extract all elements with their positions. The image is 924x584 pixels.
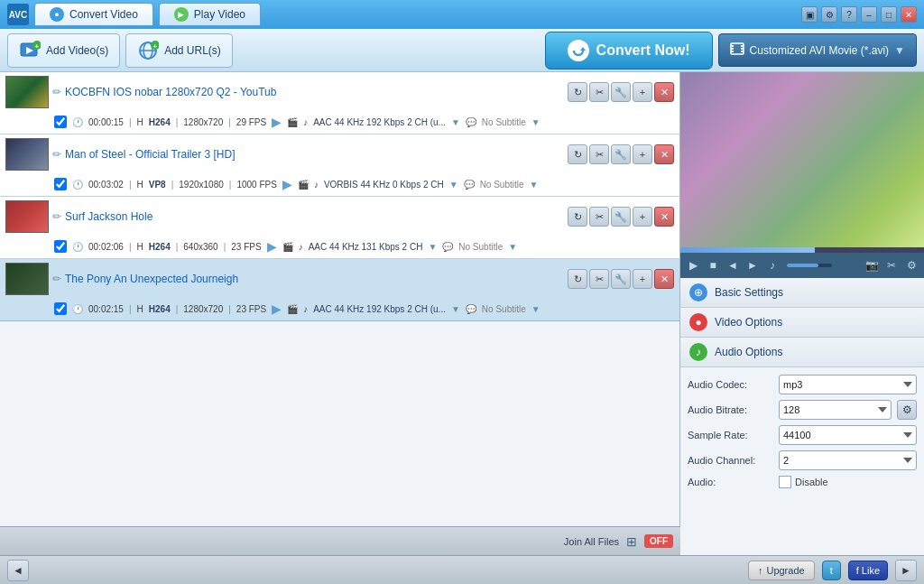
channel-select[interactable]: 2 [779, 450, 917, 470]
maximize-icon[interactable]: □ [881, 6, 897, 23]
bitrate-select[interactable]: 128 [779, 400, 892, 420]
file-thumb-2 [5, 138, 49, 171]
gear-icon[interactable]: ⚙ [821, 6, 837, 23]
monitor-icon[interactable]: ▣ [801, 6, 818, 23]
preview-trim-right-button[interactable]: ► [744, 256, 762, 274]
status-prev-button[interactable]: ◄ [7, 560, 29, 581]
audio-dropdown-3[interactable]: ▼ [428, 242, 437, 252]
file-name-4[interactable]: The Pony An Unexpected Journeigh [65, 273, 564, 285]
add-btn-3[interactable]: + [633, 207, 652, 227]
help-icon[interactable]: ? [841, 6, 857, 23]
sample-rate-select[interactable]: 44100 [779, 425, 917, 445]
facebook-icon: f Like [856, 565, 880, 576]
tab-convert-video[interactable]: ● Convert Video [34, 3, 153, 26]
refresh-btn-4[interactable]: ↻ [568, 269, 587, 289]
file-list-area: ✏ KOCBFN IOS nobar 1280x720 Q2 - YouTub … [0, 72, 680, 555]
file-name-2[interactable]: Man of Steel - Official Trailer 3 [HD] [65, 148, 564, 161]
convert-tab-icon: ● [50, 7, 64, 22]
add-btn-4[interactable]: + [633, 269, 652, 289]
scissors-btn-2[interactable]: ✂ [589, 144, 609, 164]
svg-rect-11 [731, 45, 734, 47]
edit-icon-3[interactable]: ✏ [52, 210, 61, 223]
refresh-btn-3[interactable]: ↻ [568, 207, 587, 227]
file-name-1[interactable]: KOCBFN IOS nobar 1280x720 Q2 - YouTub [65, 86, 564, 98]
edit-icon-2[interactable]: ✏ [52, 148, 61, 161]
format-select-button[interactable]: Customized AVI Movie (*.avi) ▼ [718, 33, 917, 67]
remove-btn-4[interactable]: ✕ [654, 269, 674, 289]
scissors-btn-4[interactable]: ✂ [589, 269, 609, 289]
tab-play-video[interactable]: ▶ Play Video [159, 3, 261, 26]
add-url-button[interactable]: + Add URL(s) [125, 33, 233, 68]
resolution-3: 640x360 [183, 242, 217, 252]
refresh-btn-1[interactable]: ↻ [568, 82, 587, 102]
convert-now-button[interactable]: Convert Now! [545, 32, 713, 70]
preview-trim-left-button[interactable]: ◄ [724, 256, 742, 274]
fps-2: 1000 FPS [236, 180, 276, 190]
video-icon-4: 🎬 [287, 304, 298, 314]
scissors-btn-1[interactable]: ✂ [589, 82, 609, 102]
join-grid-icon: ⊞ [626, 534, 637, 549]
preview-speaker-button[interactable]: ♪ [763, 256, 781, 274]
duration-3: 00:02:06 [88, 242, 124, 252]
add-video-icon: + [19, 40, 41, 61]
edit-icon-4[interactable]: ✏ [52, 273, 61, 285]
subtitle-dropdown-1[interactable]: ▼ [531, 117, 541, 127]
video-options-tab[interactable]: ● Video Options [680, 308, 924, 338]
edit-icon-1[interactable]: ✏ [52, 86, 61, 98]
preview-volume-slider[interactable] [787, 264, 832, 267]
preview-scissors-button[interactable]: ✂ [882, 256, 901, 274]
status-next-button[interactable]: ► [895, 560, 917, 581]
twitter-button[interactable]: t [822, 561, 841, 580]
file-checkbox-1[interactable] [54, 116, 67, 128]
add-btn-2[interactable]: + [633, 144, 652, 164]
audio-dropdown-4[interactable]: ▼ [451, 304, 460, 314]
main-content: ✏ KOCBFN IOS nobar 1280x720 Q2 - YouTub … [0, 72, 924, 555]
remove-btn-2[interactable]: ✕ [654, 144, 674, 164]
preview-screenshot-button[interactable]: 📷 [863, 256, 881, 274]
subtitle-2: No Subtitle [480, 180, 524, 190]
file-actions-1: ↻ ✂ 🔧 + ✕ [568, 82, 674, 102]
subtitle-dropdown-2[interactable]: ▼ [530, 180, 539, 190]
upgrade-button[interactable]: ↑ Upgrade [748, 561, 815, 580]
basic-settings-tab[interactable]: ⊕ Basic Settings [680, 278, 924, 308]
refresh-btn-2[interactable]: ↻ [568, 144, 587, 164]
audio-info-1: AAC 44 KHz 192 Kbps 2 CH (u... [313, 117, 446, 127]
wrench-btn-3[interactable]: 🔧 [611, 207, 631, 227]
audio-dropdown-1[interactable]: ▼ [451, 117, 460, 127]
toggle-off-button[interactable]: OFF [644, 534, 673, 548]
preview-settings-button[interactable]: ⚙ [902, 256, 920, 274]
file-item-2: ✏ Man of Steel - Official Trailer 3 [HD]… [0, 134, 679, 197]
subtitle-dropdown-4[interactable]: ▼ [531, 304, 541, 314]
codec-select[interactable]: mp3 [779, 375, 917, 394]
disable-audio-row: Audio: Disable [688, 476, 917, 488]
file-checkbox-4[interactable] [54, 302, 67, 315]
subtitle-dropdown-3[interactable]: ▼ [508, 242, 517, 252]
hd-icon-4: H [137, 304, 143, 314]
video-preview [680, 72, 924, 253]
disable-audio-checkbox[interactable] [779, 476, 791, 488]
remove-btn-3[interactable]: ✕ [654, 207, 674, 227]
preview-play-button[interactable]: ▶ [684, 256, 702, 274]
wrench-btn-2[interactable]: 🔧 [611, 144, 631, 164]
wrench-btn-4[interactable]: 🔧 [611, 269, 631, 289]
add-video-button[interactable]: + Add Video(s) [7, 33, 120, 68]
minimize-icon[interactable]: – [861, 6, 877, 23]
preview-stop-button[interactable]: ■ [704, 256, 722, 274]
wrench-btn-1[interactable]: 🔧 [611, 82, 631, 102]
audio-info-3: AAC 44 KHz 131 Kbps 2 CH [309, 242, 423, 252]
remove-btn-1[interactable]: ✕ [654, 82, 674, 102]
sample-rate-row: Sample Rate: 44100 [688, 425, 917, 445]
file-checkbox-2[interactable] [54, 178, 67, 190]
scissors-btn-3[interactable]: ✂ [589, 207, 609, 227]
add-btn-1[interactable]: + [633, 82, 652, 102]
facebook-button[interactable]: f Like [848, 561, 888, 580]
bitrate-gear-button[interactable]: ⚙ [897, 400, 917, 420]
close-icon[interactable]: ✕ [901, 6, 917, 23]
audio-dropdown-2[interactable]: ▼ [449, 180, 458, 190]
file-checkbox-3[interactable] [54, 240, 67, 253]
audio-options-tab[interactable]: ♪ Audio Options [680, 338, 924, 367]
file-thumb-1 [5, 76, 49, 108]
subtitle-icon-1: 💬 [466, 117, 476, 127]
file-name-3[interactable]: Surf Jackson Hole [65, 210, 564, 223]
file-item-4: ✏ The Pony An Unexpected Journeigh ↻ ✂ 🔧… [0, 259, 679, 321]
